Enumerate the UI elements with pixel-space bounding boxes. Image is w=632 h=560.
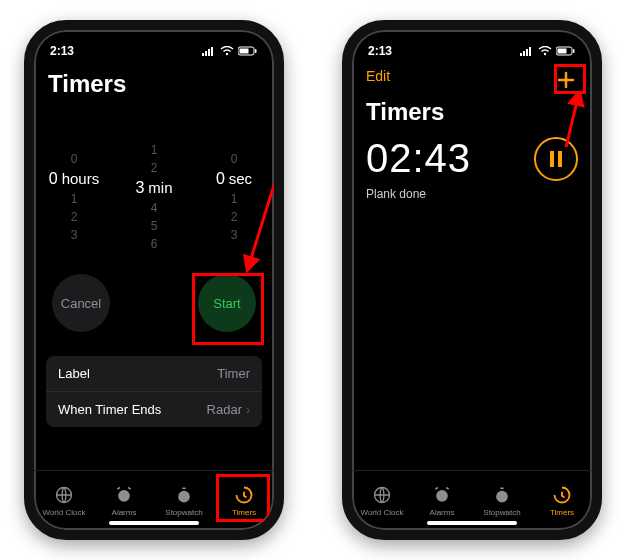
timer-icon bbox=[234, 485, 254, 505]
battery-icon bbox=[556, 46, 576, 56]
plus-icon bbox=[557, 71, 575, 89]
svg-rect-15 bbox=[529, 47, 531, 56]
stopwatch-icon bbox=[492, 485, 512, 505]
svg-point-10 bbox=[178, 490, 190, 502]
wifi-icon bbox=[220, 46, 234, 56]
time-picker[interactable]: 0 0hours 1 2 3 1 2 3min 4 5 6 0 0sec 1 2… bbox=[34, 132, 274, 262]
svg-point-9 bbox=[118, 490, 130, 502]
svg-rect-19 bbox=[573, 49, 575, 53]
phone-screenshot-1: 2:13 Timers 0 0hours 1 2 3 1 2 3min 4 5 … bbox=[24, 20, 284, 540]
alarm-icon bbox=[432, 485, 452, 505]
timer-remaining-time: 02:43 bbox=[366, 136, 471, 181]
edit-button[interactable]: Edit bbox=[366, 68, 390, 92]
battery-icon bbox=[238, 46, 258, 56]
chevron-right-icon: › bbox=[246, 403, 250, 417]
signal-icon bbox=[202, 46, 216, 56]
svg-rect-18 bbox=[558, 49, 567, 54]
wifi-icon bbox=[538, 46, 552, 56]
svg-point-23 bbox=[436, 490, 448, 502]
page-title: Timers bbox=[34, 64, 274, 102]
status-icons bbox=[520, 46, 576, 56]
tab-timers[interactable]: Timers bbox=[532, 471, 592, 530]
picker-hours[interactable]: 0 0hours 1 2 3 bbox=[39, 152, 109, 242]
svg-rect-13 bbox=[523, 51, 525, 56]
home-indicator[interactable] bbox=[109, 521, 199, 525]
status-icons bbox=[202, 46, 258, 56]
status-time: 2:13 bbox=[50, 44, 74, 58]
globe-icon bbox=[54, 485, 74, 505]
svg-rect-11 bbox=[182, 487, 185, 489]
timer-icon bbox=[552, 485, 572, 505]
ends-value: Radar bbox=[207, 402, 242, 417]
picker-minutes[interactable]: 1 2 3min 4 5 6 bbox=[119, 143, 189, 251]
status-time: 2:13 bbox=[368, 44, 392, 58]
pause-button[interactable] bbox=[534, 137, 578, 181]
notch bbox=[116, 36, 192, 56]
svg-rect-6 bbox=[240, 49, 249, 54]
svg-rect-20 bbox=[550, 151, 554, 167]
pause-icon bbox=[549, 151, 563, 167]
svg-rect-0 bbox=[202, 53, 204, 56]
globe-icon bbox=[372, 485, 392, 505]
timer-label: Plank done bbox=[352, 187, 592, 201]
svg-rect-2 bbox=[208, 49, 210, 56]
running-timer: 02:43 bbox=[352, 130, 592, 187]
stopwatch-icon bbox=[174, 485, 194, 505]
svg-rect-12 bbox=[520, 53, 522, 56]
action-buttons: Cancel Start bbox=[34, 262, 274, 332]
svg-rect-14 bbox=[526, 49, 528, 56]
svg-rect-21 bbox=[558, 151, 562, 167]
add-timer-button[interactable] bbox=[554, 68, 578, 92]
phone-screenshot-2: 2:13 Edit Timers 02:43 Plank done World … bbox=[342, 20, 602, 540]
tab-timers[interactable]: Timers bbox=[214, 471, 274, 530]
svg-point-16 bbox=[544, 53, 546, 55]
tab-world-clock[interactable]: World Clock bbox=[352, 471, 412, 530]
label-key: Label bbox=[58, 366, 90, 381]
alarm-icon bbox=[114, 485, 134, 505]
when-ends-row[interactable]: When Timer Ends Radar› bbox=[46, 391, 262, 427]
tab-world-clock[interactable]: World Clock bbox=[34, 471, 94, 530]
home-indicator[interactable] bbox=[427, 521, 517, 525]
label-row[interactable]: Label Timer bbox=[46, 356, 262, 391]
svg-point-4 bbox=[226, 53, 228, 55]
notch bbox=[434, 36, 510, 56]
svg-rect-25 bbox=[500, 487, 503, 489]
svg-rect-3 bbox=[211, 47, 213, 56]
ends-key: When Timer Ends bbox=[58, 402, 161, 417]
page-title: Timers bbox=[352, 92, 592, 130]
svg-point-24 bbox=[496, 490, 508, 502]
svg-rect-7 bbox=[255, 49, 257, 53]
start-button[interactable]: Start bbox=[198, 274, 256, 332]
signal-icon bbox=[520, 46, 534, 56]
label-value: Timer bbox=[217, 366, 250, 381]
svg-rect-1 bbox=[205, 51, 207, 56]
picker-seconds[interactable]: 0 0sec 1 2 3 bbox=[199, 152, 269, 242]
cancel-button[interactable]: Cancel bbox=[52, 274, 110, 332]
timer-settings: Label Timer When Timer Ends Radar› bbox=[46, 356, 262, 427]
